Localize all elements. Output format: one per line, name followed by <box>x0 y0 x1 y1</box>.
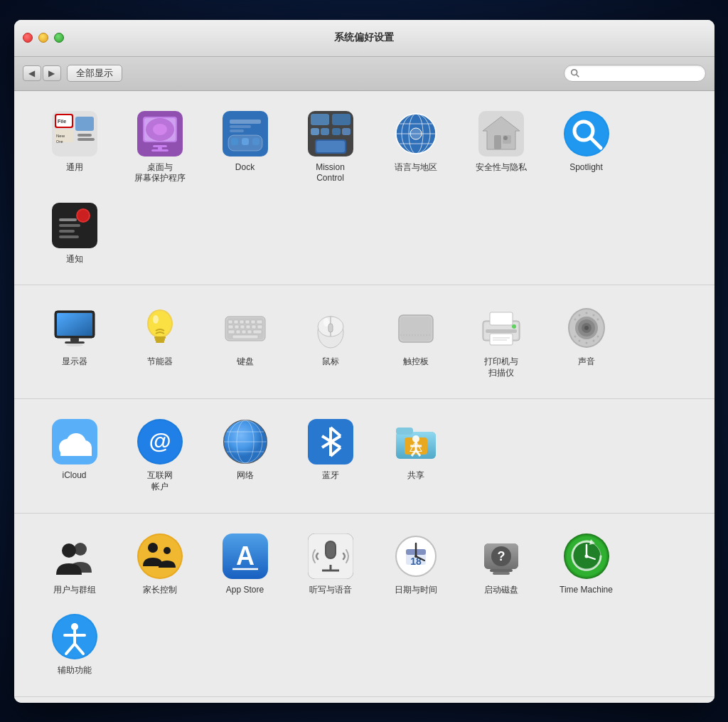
svg-point-122 <box>578 340 580 342</box>
accessibility-icon <box>52 614 97 659</box>
svg-rect-23 <box>242 138 249 145</box>
pref-startup[interactable]: ? 启动磁盘 <box>462 528 540 602</box>
trackpad-label: 触控板 <box>403 356 429 368</box>
nav-buttons: ◀ ▶ <box>23 65 61 81</box>
svg-rect-83 <box>235 325 239 329</box>
search-input[interactable] <box>580 68 700 78</box>
close-button[interactable] <box>23 33 33 43</box>
display-label: 显示器 <box>62 356 87 368</box>
svg-rect-149 <box>396 428 413 435</box>
pref-trackpad[interactable]: 触控板 <box>377 299 455 384</box>
pref-mission[interactable]: Mission Control <box>291 105 370 190</box>
svg-rect-17 <box>153 145 167 147</box>
pref-internet[interactable]: @ 互联网 帐户 <box>121 413 199 498</box>
section-personal: File New One 通用 <box>14 91 714 286</box>
svg-rect-24 <box>252 138 259 145</box>
pref-bluetooth[interactable]: 蓝牙 <box>291 413 370 498</box>
svg-rect-130 <box>60 447 92 456</box>
parental-icon <box>137 533 183 579</box>
svg-rect-27 <box>230 129 244 132</box>
svg-rect-79 <box>245 320 250 324</box>
sharing-icon: ⚠ <box>393 419 439 464</box>
pref-keyboard[interactable]: 键盘 <box>206 299 284 384</box>
pref-dock[interactable]: Dock <box>206 105 284 190</box>
pref-general[interactable]: File New One 通用 <box>36 105 114 190</box>
pref-energy[interactable]: 节能器 <box>121 299 199 384</box>
show-all-button[interactable]: 全部显示 <box>67 65 122 82</box>
display-icon <box>52 305 97 351</box>
svg-point-125 <box>596 336 599 338</box>
maximize-button[interactable] <box>54 33 64 43</box>
pref-printer[interactable]: 打印机与 扫描仪 <box>462 299 540 384</box>
svg-rect-84 <box>240 325 245 329</box>
pref-mouse[interactable]: 鼠标 <box>291 299 370 384</box>
svg-rect-58 <box>59 224 80 227</box>
svg-rect-63 <box>57 313 92 336</box>
mouse-label: 鼠标 <box>322 356 339 368</box>
pref-desktop[interactable]: 桌面与 屏幕保护程序 <box>121 105 199 190</box>
pref-notification[interactable]: 通知 <box>36 197 114 271</box>
parental-label: 家长控制 <box>143 585 177 596</box>
svg-point-158 <box>62 543 76 558</box>
personal-icons-grid: File New One 通用 <box>36 105 693 271</box>
svg-point-0 <box>571 70 577 75</box>
svg-rect-30 <box>332 114 350 125</box>
pref-dictation[interactable]: 听写与语音 <box>291 528 370 602</box>
svg-point-107 <box>512 324 516 329</box>
svg-rect-32 <box>321 128 329 135</box>
svg-point-116 <box>574 319 576 321</box>
svg-rect-80 <box>251 320 255 324</box>
pref-appstore[interactable]: A App Store <box>206 528 284 602</box>
spotlight-label: Spotlight <box>569 162 603 174</box>
pref-sound[interactable]: 声音 <box>547 299 626 384</box>
svg-rect-88 <box>228 330 235 334</box>
pref-spotlight[interactable]: Spotlight <box>547 105 626 190</box>
pref-sharing[interactable]: ⚠ 共享 <box>377 413 455 498</box>
svg-rect-60 <box>59 235 79 238</box>
svg-rect-31 <box>311 128 319 135</box>
svg-rect-92 <box>253 330 262 334</box>
svg-point-124 <box>592 340 594 342</box>
pref-datetime[interactable]: 18 日期与时间 <box>377 528 455 602</box>
language-icon <box>393 111 439 156</box>
svg-rect-86 <box>252 325 256 329</box>
pref-parental[interactable]: 家长控制 <box>121 528 199 602</box>
pref-users[interactable]: 用户与群组 <box>36 528 114 602</box>
svg-rect-72 <box>156 341 164 343</box>
svg-point-73 <box>153 315 159 324</box>
users-icon <box>52 533 97 579</box>
svg-rect-29 <box>311 114 329 125</box>
energy-label: 节能器 <box>147 356 173 368</box>
svg-text:File: File <box>58 119 66 124</box>
back-button[interactable]: ◀ <box>23 65 41 81</box>
svg-point-118 <box>585 312 587 314</box>
mission-icon <box>308 111 353 156</box>
svg-point-123 <box>585 342 587 344</box>
pref-display[interactable]: 显示器 <box>36 299 114 384</box>
pref-timemachine[interactable]: Time Machine <box>547 528 626 602</box>
pref-accessibility[interactable]: 辅助功能 <box>36 608 114 682</box>
svg-rect-59 <box>59 230 75 233</box>
pref-security[interactable]: 安全性与隐私 <box>462 105 540 190</box>
forward-button[interactable]: ▶ <box>43 65 61 81</box>
dock-label: Dock <box>235 162 255 174</box>
desktop-label: 桌面与 屏幕保护程序 <box>134 162 186 184</box>
notification-icon <box>52 203 97 248</box>
svg-rect-85 <box>246 325 250 329</box>
datetime-label: 日期与时间 <box>395 585 437 596</box>
pref-language[interactable]: 语言与地区 <box>377 105 455 190</box>
svg-point-16 <box>153 124 167 135</box>
svg-rect-70 <box>154 336 166 339</box>
dictation-icon <box>308 533 353 579</box>
minimize-button[interactable] <box>38 33 48 43</box>
svg-point-162 <box>164 547 171 554</box>
keyboard-label: 键盘 <box>237 356 254 368</box>
pref-network[interactable]: 网络 <box>206 413 284 498</box>
timemachine-icon <box>564 533 609 579</box>
bluetooth-label: 蓝牙 <box>322 470 339 482</box>
pref-icloud[interactable]: iCloud <box>36 413 114 498</box>
network-label: 网络 <box>237 470 254 482</box>
svg-rect-65 <box>65 341 85 344</box>
svg-rect-93 <box>232 335 258 339</box>
users-label: 用户与群组 <box>53 585 96 596</box>
